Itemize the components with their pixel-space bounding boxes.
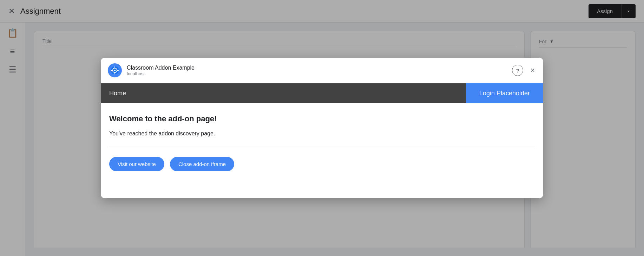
- modal-divider: [109, 147, 535, 147]
- svg-point-3: [114, 70, 116, 71]
- nav-home-label: Home: [109, 90, 126, 97]
- modal-close-button[interactable]: ×: [529, 65, 536, 76]
- help-button[interactable]: ?: [512, 65, 523, 76]
- modal-header: Classroom Addon Example localhost ? ×: [101, 58, 543, 83]
- addon-name: Classroom Addon Example: [127, 65, 195, 71]
- close-iframe-button[interactable]: Close add-on iframe: [170, 157, 234, 171]
- modal-header-right: ? ×: [512, 65, 536, 76]
- modal-header-left: Classroom Addon Example localhost: [108, 63, 195, 77]
- addon-description: You've reached the addon discovery page.: [109, 130, 535, 137]
- modal-content: Welcome to the add-on page! You've reach…: [101, 103, 543, 185]
- nav-login[interactable]: Login Placeholder: [466, 83, 543, 103]
- visit-website-button[interactable]: Visit our website: [109, 157, 164, 171]
- modal-nav: Home Login Placeholder: [101, 83, 543, 103]
- addon-modal: Classroom Addon Example localhost ? × Ho…: [101, 58, 543, 198]
- addon-info: Classroom Addon Example localhost: [127, 65, 195, 76]
- nav-home[interactable]: Home: [101, 83, 466, 103]
- modal-actions: Visit our website Close add-on iframe: [109, 157, 535, 171]
- addon-logo-icon: [110, 65, 120, 75]
- addon-logo: [108, 63, 122, 77]
- addon-host: localhost: [127, 71, 195, 76]
- nav-login-label: Login Placeholder: [479, 90, 530, 97]
- welcome-heading: Welcome to the add-on page!: [109, 114, 535, 123]
